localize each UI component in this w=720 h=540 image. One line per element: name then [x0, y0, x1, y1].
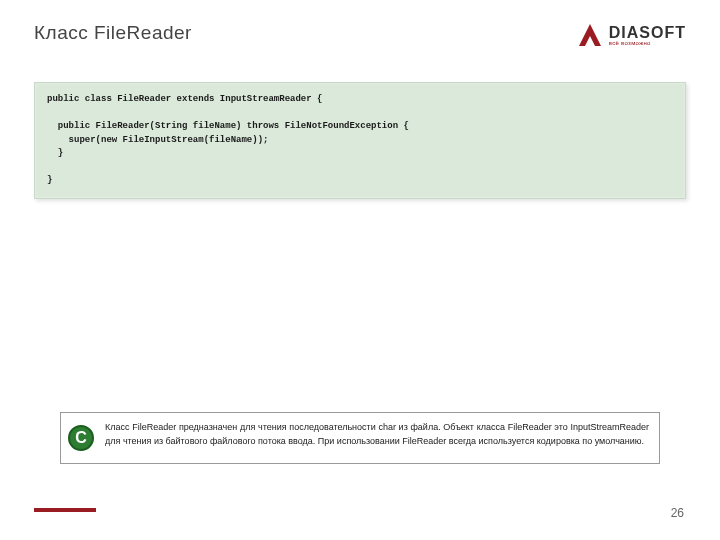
footer-accent-bar — [34, 508, 96, 512]
note-badge-container: C — [61, 413, 101, 463]
slide-header: Класс FileReader DIASOFT всё возможно — [0, 0, 720, 48]
note-text: Класс FileReader предназначен для чтения… — [101, 413, 659, 463]
code-sample: public class FileReader extends InputStr… — [34, 82, 686, 199]
class-badge-icon: C — [68, 425, 94, 451]
page-number: 26 — [671, 506, 684, 520]
info-note: C Класс FileReader предназначен для чтен… — [60, 412, 660, 464]
logo-tagline: всё возможно — [609, 40, 651, 46]
brand-logo: DIASOFT всё возможно — [577, 22, 686, 48]
logo-text-block: DIASOFT всё возможно — [609, 24, 686, 46]
page-title: Класс FileReader — [34, 22, 192, 44]
logo-icon — [577, 22, 603, 48]
